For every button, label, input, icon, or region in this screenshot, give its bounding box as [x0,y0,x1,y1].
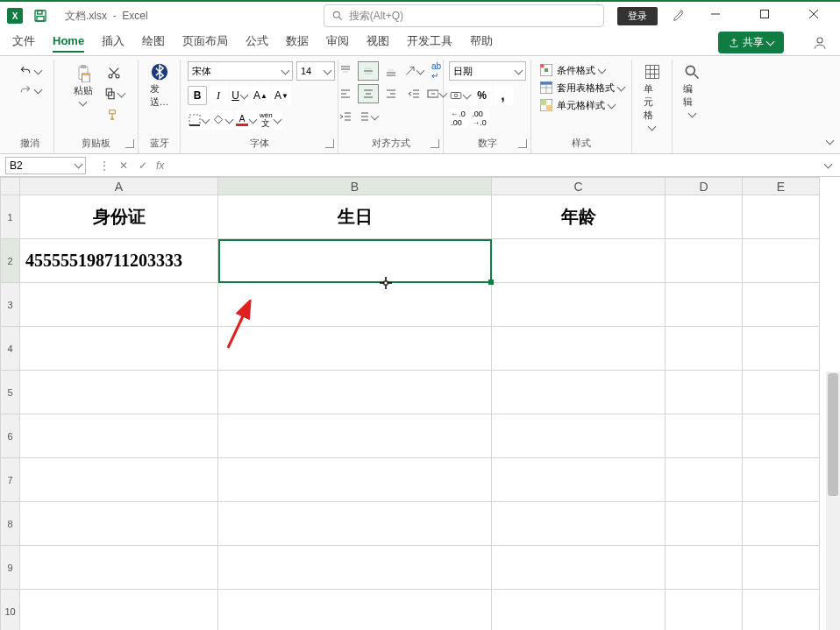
cell-E9[interactable] [743,546,820,590]
cell-D5[interactable] [666,371,743,414]
cell-A8[interactable] [20,502,218,546]
format-as-table-button[interactable]: 套用表格格式 [539,81,624,95]
cell-E2[interactable] [743,239,820,283]
cell-C2[interactable] [492,239,666,283]
phonetic-button[interactable]: wén文 [259,110,281,130]
underline-button[interactable]: U [230,86,249,105]
format-painter-button[interactable] [103,105,125,124]
tab-page-layout[interactable]: 页面布局 [182,33,228,53]
align-top-button[interactable] [335,61,356,81]
undo-button[interactable] [18,65,41,77]
row-header-8[interactable]: 8 [1,502,20,546]
shrink-font-button[interactable]: A▼ [272,86,291,105]
maximize-button[interactable] [749,4,784,28]
row-header-6[interactable]: 6 [1,414,20,458]
col-header-B[interactable]: B [218,178,492,195]
cell-E5[interactable] [743,371,820,414]
tab-home[interactable]: Home [53,34,84,53]
cell-B6[interactable] [218,414,492,458]
cell-D8[interactable] [666,502,743,546]
fill-color-button[interactable] [211,110,233,130]
cell-A10[interactable] [20,590,218,631]
cell-B10[interactable] [218,590,492,631]
cell-D1[interactable] [666,195,743,239]
name-box[interactable]: B2 [5,157,86,174]
decrease-indent-button[interactable] [403,84,424,103]
cell-A9[interactable] [20,546,218,590]
cell-C7[interactable] [492,458,666,502]
font-dialog-launcher[interactable] [325,139,334,148]
row-header-1[interactable]: 1 [1,195,20,239]
cell-C8[interactable] [492,502,666,546]
tab-insert[interactable]: 插入 [102,33,125,53]
cell-C4[interactable] [492,327,666,371]
search-box[interactable]: 搜索(Alt+Q) [324,4,604,27]
cell-E4[interactable] [743,327,820,371]
col-header-E[interactable]: E [743,178,820,195]
alignment-dialog-launcher[interactable] [431,139,439,148]
cell-B8[interactable] [218,502,492,546]
cell-D10[interactable] [666,590,743,631]
enter-formula-button[interactable]: ✓ [133,156,153,175]
cell-A5[interactable] [20,371,218,414]
cell-D6[interactable] [666,414,743,458]
share-button[interactable]: 共享 [718,32,784,53]
row-header-4[interactable]: 4 [1,327,20,371]
save-icon[interactable] [33,9,47,23]
orientation-button[interactable] [403,61,424,81]
cell-D7[interactable] [666,458,743,502]
bold-button[interactable]: B [188,86,207,105]
font-color-button[interactable]: A [235,110,257,130]
row-header-9[interactable]: 9 [1,546,20,590]
cell-B9[interactable] [218,546,492,590]
cell-A1[interactable]: 身份证 [20,195,218,239]
bluetooth-send-button[interactable]: 发送… [145,61,174,110]
formula-input[interactable] [167,157,825,174]
row-header-5[interactable]: 5 [1,371,20,414]
coauthor-icon[interactable] [812,35,828,51]
decrease-decimal-button[interactable]: .00→.0 [470,109,489,128]
cell-B4[interactable] [218,327,492,371]
cell-E7[interactable] [743,458,820,502]
number-format-select[interactable]: 日期 [449,61,526,81]
align-right-button[interactable] [381,84,402,103]
cell-D9[interactable] [666,546,743,590]
minimize-button[interactable] [700,4,735,28]
paste-button[interactable]: 粘贴 [68,63,98,109]
cell-C1[interactable]: 年龄 [492,195,666,239]
cell-B1[interactable]: 生日 [218,195,492,239]
cell-A7[interactable] [20,458,218,502]
cell-B7[interactable] [218,458,492,502]
tab-file[interactable]: 文件 [12,33,35,53]
worksheet-grid[interactable]: A B C D E 1 身份证 生日 年龄 2 4555551987112033… [0,177,820,630]
tab-review[interactable]: 审阅 [326,33,349,53]
cell-C10[interactable] [492,590,666,631]
copy-button[interactable] [103,84,125,103]
redo-button[interactable] [18,84,41,96]
col-header-A[interactable]: A [20,178,218,195]
editing-button[interactable]: 编辑 [678,61,706,120]
rtl-button[interactable] [358,107,379,126]
col-header-C[interactable]: C [492,178,666,195]
increase-indent-button[interactable] [335,107,356,126]
tab-view[interactable]: 视图 [367,33,389,53]
cell-C9[interactable] [492,546,666,590]
row-header-7[interactable]: 7 [1,458,20,502]
grow-font-button[interactable]: A▲ [251,86,270,105]
login-button[interactable]: 登录 [617,7,658,25]
cells-button[interactable]: 单元格 [638,61,666,133]
tab-developer[interactable]: 开发工具 [407,33,452,53]
expand-formula-bar[interactable] [824,160,833,169]
borders-button[interactable] [188,110,210,130]
currency-button[interactable] [449,86,471,105]
cell-C3[interactable] [492,283,666,327]
cell-D4[interactable] [666,327,743,371]
cell-E1[interactable] [743,195,820,239]
align-center-button[interactable] [358,84,379,103]
cancel-formula-button[interactable]: ✕ [114,156,133,175]
cell-A4[interactable] [20,327,218,371]
cell-D3[interactable] [666,283,743,327]
row-header-10[interactable]: 10 [1,590,20,631]
cell-E8[interactable] [743,502,820,546]
tab-data[interactable]: 数据 [286,33,309,53]
